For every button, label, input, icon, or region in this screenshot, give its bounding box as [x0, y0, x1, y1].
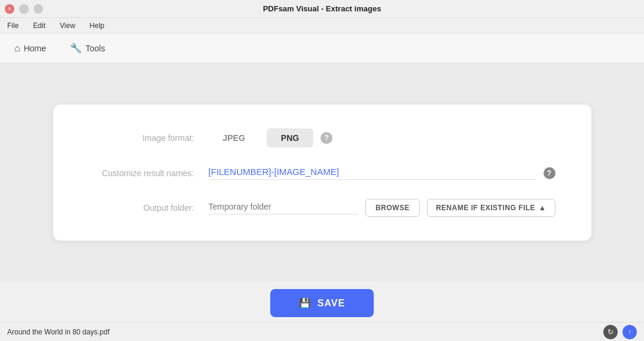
customize-names-row: Customize result names: ?	[89, 167, 556, 180]
save-icon: 💾	[299, 297, 312, 309]
rename-arrow-icon: ▲	[539, 204, 546, 212]
menu-help[interactable]: Help	[87, 20, 107, 31]
status-icons: ↻ ↑	[603, 325, 637, 339]
upload-button[interactable]: ↑	[622, 325, 637, 339]
image-format-control: JPEG PNG ?	[209, 128, 556, 148]
status-file-name: Around the World in 80 days.pdf	[7, 328, 109, 336]
home-icon: ⌂	[14, 43, 20, 54]
nav-tools[interactable]: 🔧 Tools	[65, 40, 110, 56]
output-folder-control: BROWSE RENAME IF EXISTING FILE ▲	[209, 199, 556, 217]
customize-names-control: ?	[209, 167, 556, 180]
nav-home[interactable]: ⌂ Home	[10, 41, 51, 56]
png-button[interactable]: PNG	[267, 128, 313, 148]
upload-icon: ↑	[628, 328, 631, 336]
refresh-button[interactable]: ↻	[603, 325, 618, 339]
menu-edit[interactable]: Edit	[30, 20, 48, 31]
format-help-icon[interactable]: ?	[321, 132, 332, 144]
window-title: PDFsam Visual - Extract images	[263, 4, 381, 13]
nav-home-label: Home	[24, 44, 46, 53]
rename-button-label: RENAME IF EXISTING FILE	[436, 204, 535, 212]
main-content: Image format: JPEG PNG ? Customize resul…	[0, 63, 644, 282]
save-button-label: SAVE	[318, 298, 345, 309]
maximize-button[interactable]	[33, 4, 43, 14]
window-controls: ×	[5, 4, 43, 14]
status-bar: Around the World in 80 days.pdf ↻ ↑	[0, 322, 644, 341]
title-bar: × PDFsam Visual - Extract images	[0, 0, 644, 18]
refresh-icon: ↻	[608, 328, 614, 336]
nav-bar: ⌂ Home 🔧 Tools	[0, 33, 644, 63]
jpeg-button[interactable]: JPEG	[209, 128, 260, 148]
output-folder-label: Output folder:	[89, 203, 209, 213]
save-area: 💾 SAVE	[0, 282, 644, 322]
browse-button[interactable]: BROWSE	[365, 199, 420, 217]
output-folder-row: Output folder: BROWSE RENAME IF EXISTING…	[89, 199, 556, 217]
customize-names-label: Customize result names:	[89, 168, 209, 178]
menu-file[interactable]: File	[5, 20, 21, 31]
output-folder-input[interactable]	[209, 202, 358, 214]
save-button[interactable]: 💾 SAVE	[270, 289, 374, 317]
image-format-label: Image format:	[89, 133, 209, 143]
names-help-icon[interactable]: ?	[544, 167, 556, 179]
menu-bar: File Edit View Help	[0, 18, 644, 33]
minimize-button[interactable]	[19, 4, 29, 14]
menu-view[interactable]: View	[57, 20, 78, 31]
image-format-row: Image format: JPEG PNG ?	[89, 128, 556, 148]
settings-card: Image format: JPEG PNG ? Customize resul…	[53, 105, 591, 241]
nav-tools-label: Tools	[86, 44, 105, 53]
close-button[interactable]: ×	[5, 4, 14, 14]
rename-button[interactable]: RENAME IF EXISTING FILE ▲	[427, 199, 556, 217]
name-template-input[interactable]	[209, 167, 536, 180]
tools-icon: 🔧	[70, 42, 82, 54]
